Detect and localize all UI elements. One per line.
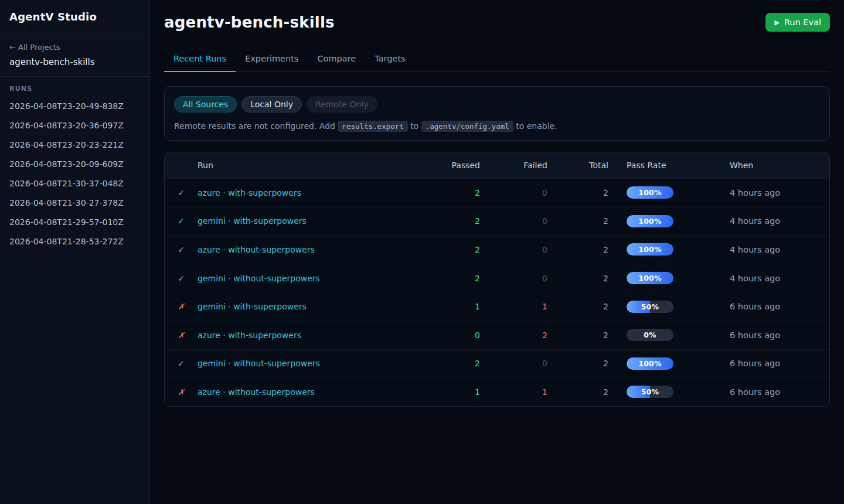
failed-cell: 0 <box>480 359 547 368</box>
project-block: ← All Projects agentv-bench-skills <box>0 33 149 77</box>
run-link[interactable]: azure · with-superpowers <box>198 188 301 197</box>
total-cell: 2 <box>547 274 608 283</box>
run-link[interactable]: azure · without-superpowers <box>198 245 315 254</box>
sidebar-run-item[interactable]: 2026-04-08T23-20-09-609Z <box>9 154 140 173</box>
failed-cell: 0 <box>480 188 547 197</box>
tab-targets[interactable]: Targets <box>365 48 414 72</box>
column-header-total: Total <box>547 161 608 170</box>
table-row[interactable]: ✓gemini · without-superpowers202100%4 ho… <box>165 264 829 292</box>
pass-rate-label: 100% <box>627 272 673 284</box>
total-cell: 2 <box>547 302 608 311</box>
pass-rate-label: 100% <box>627 357 673 370</box>
passed-cell: 1 <box>427 302 480 311</box>
when-cell: 4 hours ago <box>712 245 829 254</box>
pass-rate-cell: 100% <box>608 215 712 227</box>
run-cell: azure · with-superpowers <box>198 188 427 197</box>
pass-rate-label: 100% <box>627 215 673 227</box>
table-row[interactable]: ✓gemini · with-superpowers202100%4 hours… <box>165 207 829 236</box>
runs-section: RUNS 2026-04-08T23-20-49-838Z2026-04-08T… <box>0 77 149 259</box>
cross-icon: ✗ <box>165 387 198 397</box>
table-row[interactable]: ✗azure · without-superpowers11250%6 hour… <box>165 377 829 406</box>
run-cell: gemini · without-superpowers <box>198 274 427 283</box>
remote-config-note: Remote results are not configured. Add r… <box>174 121 820 131</box>
sidebar-run-item[interactable]: 2026-04-08T21-28-53-272Z <box>9 231 140 251</box>
pass-rate-cell: 100% <box>608 243 712 256</box>
total-cell: 2 <box>547 245 608 254</box>
pass-rate-label: 50% <box>627 301 673 313</box>
failed-cell: 1 <box>480 387 547 397</box>
check-icon: ✓ <box>165 274 198 283</box>
passed-cell: 2 <box>427 274 480 283</box>
run-cell: azure · with-superpowers <box>198 331 427 340</box>
run-link[interactable]: azure · without-superpowers <box>198 387 315 397</box>
run-link[interactable]: gemini · with-superpowers <box>198 216 307 226</box>
pass-rate-cell: 100% <box>608 186 712 199</box>
tab-experiments[interactable]: Experiments <box>236 48 308 72</box>
chip-remote-only[interactable]: Remote Only <box>307 96 377 113</box>
check-icon: ✓ <box>165 188 198 197</box>
inline-code: results.export <box>338 121 407 132</box>
run-link[interactable]: azure · with-superpowers <box>198 331 301 340</box>
sidebar: AgentV Studio ← All Projects agentv-benc… <box>0 0 150 504</box>
sidebar-run-item[interactable]: 2026-04-08T23-20-49-838Z <box>9 96 140 115</box>
sidebar-run-item[interactable]: 2026-04-08T21-29-57-010Z <box>9 212 140 231</box>
chip-local-only[interactable]: Local Only <box>241 96 302 113</box>
main-header: agentv-bench-skills ▶ Run Eval <box>164 0 830 32</box>
pass-rate-pill: 100% <box>627 272 673 284</box>
pass-rate-pill: 0% <box>627 329 673 341</box>
total-cell: 2 <box>547 387 608 397</box>
recent-runs-table: Run Passed Failed Total Pass Rate When ✓… <box>164 152 830 407</box>
run-cell: gemini · with-superpowers <box>198 216 427 226</box>
total-cell: 2 <box>547 331 608 340</box>
chip-all-sources[interactable]: All Sources <box>174 96 237 113</box>
pass-rate-cell: 100% <box>608 357 712 370</box>
passed-cell: 2 <box>427 359 480 368</box>
failed-cell: 0 <box>480 245 547 254</box>
sidebar-run-item[interactable]: 2026-04-08T21-30-37-048Z <box>9 173 140 193</box>
table-row[interactable]: ✓azure · with-superpowers202100%4 hours … <box>165 178 829 207</box>
table-row[interactable]: ✗gemini · with-superpowers11250%6 hours … <box>165 292 829 321</box>
pass-rate-label: 50% <box>627 386 673 398</box>
failed-cell: 2 <box>480 331 547 340</box>
run-eval-button[interactable]: ▶ Run Eval <box>765 13 830 32</box>
app-title: AgentV Studio <box>9 11 140 23</box>
run-cell: gemini · with-superpowers <box>198 302 427 311</box>
failed-cell: 1 <box>480 302 547 311</box>
table-body: ✓azure · with-superpowers202100%4 hours … <box>165 178 829 406</box>
tab-bar: Recent RunsExperimentsCompareTargets <box>164 48 830 72</box>
sidebar-run-item[interactable]: 2026-04-08T23-20-36-097Z <box>9 115 140 135</box>
total-cell: 2 <box>547 216 608 226</box>
table-header-row: Run Passed Failed Total Pass Rate When <box>165 152 829 178</box>
column-header-run: Run <box>198 161 427 170</box>
column-header-pass-rate: Pass Rate <box>608 161 712 170</box>
check-icon: ✓ <box>165 216 198 226</box>
when-cell: 4 hours ago <box>712 274 829 283</box>
tab-compare[interactable]: Compare <box>308 48 365 72</box>
pass-rate-label: 100% <box>627 186 673 199</box>
column-header-passed: Passed <box>427 161 480 170</box>
run-link[interactable]: gemini · with-superpowers <box>198 302 307 311</box>
tab-recent-runs[interactable]: Recent Runs <box>164 48 236 72</box>
check-icon: ✓ <box>165 359 198 368</box>
pass-rate-pill: 50% <box>627 301 673 313</box>
passed-cell: 2 <box>427 245 480 254</box>
sidebar-run-item[interactable]: 2026-04-08T21-30-27-378Z <box>9 193 140 212</box>
run-link[interactable]: gemini · without-superpowers <box>198 359 320 368</box>
runs-heading: RUNS <box>9 85 140 93</box>
check-icon: ✓ <box>165 245 198 254</box>
run-link[interactable]: gemini · without-superpowers <box>198 274 320 283</box>
passed-cell: 2 <box>427 216 480 226</box>
sidebar-run-item[interactable]: 2026-04-08T23-20-23-221Z <box>9 135 140 154</box>
passed-cell: 1 <box>427 387 480 397</box>
total-cell: 2 <box>547 188 608 197</box>
sidebar-project-name: agentv-bench-skills <box>9 57 140 67</box>
table-row[interactable]: ✓gemini · without-superpowers202100%6 ho… <box>165 349 829 378</box>
table-row[interactable]: ✓azure · without-superpowers202100%4 hou… <box>165 235 829 264</box>
pass-rate-pill: 100% <box>627 357 673 370</box>
pass-rate-cell: 100% <box>608 272 712 284</box>
pass-rate-cell: 50% <box>608 301 712 313</box>
pass-rate-pill: 100% <box>627 243 673 256</box>
table-row[interactable]: ✗azure · with-superpowers0220%6 hours ag… <box>165 321 829 349</box>
failed-cell: 0 <box>480 216 547 226</box>
back-to-all-projects-link[interactable]: ← All Projects <box>9 43 60 52</box>
